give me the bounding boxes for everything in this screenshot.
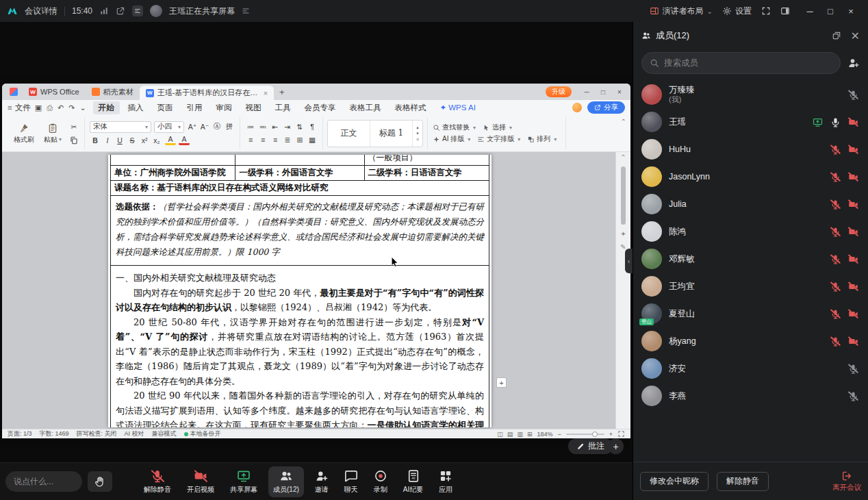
ribbon-button[interactable]: ⊞	[294, 134, 305, 145]
wps-menu-开始[interactable]: 开始	[93, 101, 120, 114]
annotate-button[interactable]: 批注	[568, 438, 613, 454]
leave-meeting-button[interactable]: 离开会议	[832, 471, 861, 492]
docer-tab[interactable]: 稻壳素材	[86, 84, 140, 100]
panel-collapse-handle[interactable]: ‹	[625, 249, 633, 273]
ribbon-button[interactable]: x₂	[151, 135, 162, 146]
ribbon-button[interactable]: ◫	[497, 431, 503, 438]
ribbon-button[interactable]: ⇅	[294, 121, 305, 132]
side-panel-toggle-icon[interactable]	[780, 6, 790, 16]
style-gallery-arrows[interactable]: ▴▾≡	[413, 121, 422, 147]
wps-home-tab[interactable]	[5, 84, 23, 100]
ribbon-button[interactable]: A⁺	[187, 121, 198, 132]
close-button[interactable]: ×	[841, 0, 861, 22]
ribbon-button[interactable]: S	[127, 135, 138, 146]
wps-menu-插入[interactable]: 插入	[123, 101, 149, 114]
ribbon-button[interactable]: ⎙	[47, 103, 53, 112]
toolbar-invite-button[interactable]: 邀请	[310, 466, 333, 497]
wps-share-button[interactable]: 分享	[587, 101, 625, 114]
ribbon-button[interactable]: ▦	[307, 134, 318, 145]
wps-menu-会员专享[interactable]: 会员专享	[299, 101, 342, 114]
wps-menu-表格工具[interactable]: 表格工具	[344, 101, 387, 114]
ribbon-button[interactable]: B	[90, 135, 101, 146]
new-tab-button[interactable]: +	[274, 87, 290, 97]
highlight-color-button[interactable]: A	[165, 135, 176, 145]
zoom-in-button[interactable]: +	[609, 431, 613, 438]
vertical-scrollbar[interactable]	[621, 166, 626, 225]
layout-switch-button[interactable]: 演讲者布局⌄	[650, 5, 713, 17]
zoom-slider[interactable]	[566, 434, 604, 435]
wps-close-icon[interactable]: ×	[611, 88, 628, 96]
tools-icon[interactable]: ✦	[620, 230, 626, 238]
document-page[interactable]: （一般项目） 单位：广州商学院外国语学院 一级学科：外国语言文学 二级学科：日语…	[108, 155, 492, 427]
zoom-slider-knob[interactable]	[592, 432, 598, 437]
member-row[interactable]: 王瑶	[633, 108, 868, 136]
wps-menu-视图[interactable]: 视图	[240, 101, 267, 114]
maximize-button[interactable]: □	[820, 0, 841, 22]
arrange-button[interactable]: 排列▾	[527, 134, 557, 144]
ribbon-button[interactable]: A⁻	[199, 121, 210, 132]
fullscreen-icon[interactable]	[761, 6, 771, 16]
font-color-button[interactable]: A	[179, 135, 190, 145]
ribbon-button[interactable]: 拼	[224, 121, 235, 132]
wps-office-tab[interactable]: WWPS Office	[23, 84, 86, 100]
toolbar-screen-button[interactable]: 共享屏幕	[225, 466, 262, 497]
ribbon-button[interactable]: ▤	[507, 431, 513, 438]
popout-icon[interactable]	[832, 31, 841, 40]
sharing-options-icon[interactable]	[242, 7, 250, 15]
ai-layout-button[interactable]: AI 排版▾	[433, 134, 470, 144]
wps-menu-引用[interactable]: 引用	[181, 101, 208, 114]
find-replace-button[interactable]: 查找替换▾	[433, 123, 476, 132]
member-row[interactable]: 杨yang	[633, 327, 868, 355]
format-painter-button[interactable]: 格式刷	[11, 123, 37, 145]
share-meeting-icon[interactable]	[116, 6, 125, 16]
ribbon-button[interactable]: ≕	[257, 121, 268, 132]
wps-menu-WPS AI[interactable]: WPS AI	[435, 101, 481, 114]
wps-minimize-icon[interactable]: ─	[578, 88, 595, 96]
wps-maximize-icon[interactable]: □	[595, 88, 611, 96]
wps-menu-页面[interactable]: 页面	[152, 101, 179, 114]
ribbon-button[interactable]: ↶	[58, 103, 64, 112]
ribbon-button[interactable]: Ⓐ	[212, 121, 222, 132]
ribbon-button[interactable]: ▥	[517, 431, 523, 438]
close-panel-icon[interactable]: ✕	[851, 29, 860, 42]
member-row[interactable]: Julia	[633, 190, 868, 218]
member-row[interactable]: 陈鸿	[633, 218, 868, 245]
cut-button[interactable]: ✂	[68, 121, 79, 132]
ribbon-button[interactable]: ≡	[257, 134, 268, 145]
ribbon-button[interactable]: ≔	[245, 121, 256, 132]
toolbar-apps-button[interactable]: 应用	[434, 466, 457, 497]
font-size-select[interactable]: 小四▾	[154, 121, 184, 133]
member-row[interactable]: 王均宜	[633, 273, 868, 300]
table-insert-button[interactable]: +	[496, 377, 507, 388]
wps-file-menu[interactable]: ≡文件	[8, 103, 31, 113]
add-member-icon[interactable]	[847, 57, 860, 69]
ribbon-button[interactable]: I	[102, 135, 113, 146]
member-row[interactable]: 登山夏登山	[633, 300, 868, 327]
font-family-select[interactable]: 宋体▾	[90, 121, 151, 133]
collapse-icon[interactable]: ⌃	[620, 153, 626, 161]
fit-page-icon[interactable]	[617, 430, 625, 438]
select-button[interactable]: 选择▾	[483, 123, 512, 132]
upgrade-button[interactable]: 升级	[546, 86, 572, 97]
style-heading1[interactable]: 标题 1	[370, 121, 413, 147]
wps-menu-审阅[interactable]: 审阅	[211, 101, 238, 114]
text-layout-button[interactable]: 文字排版▾	[477, 134, 520, 144]
paste-button[interactable]: 粘贴▾	[40, 123, 66, 145]
member-row[interactable]: 万臻臻(我)	[633, 81, 868, 108]
ribbon-button[interactable]: ¶	[307, 121, 318, 132]
ribbon-button[interactable]: ⇤	[270, 121, 281, 132]
ribbon-button[interactable]: ▣	[35, 103, 42, 112]
raise-hand-button[interactable]	[88, 471, 112, 492]
ribbon-button[interactable]: ⌄	[79, 103, 86, 112]
spellcheck-status[interactable]: 拼写检查: 关闭	[77, 429, 117, 438]
ribbon-button[interactable]: ⇥	[282, 121, 293, 132]
ribbon-button[interactable]: ≡	[245, 134, 256, 145]
copy-button[interactable]	[68, 135, 79, 146]
toolbar-chat-button[interactable]: 聊天	[340, 466, 363, 497]
style-normal[interactable]: 正文	[328, 121, 370, 147]
mini-app-icon[interactable]	[132, 5, 143, 16]
ribbon-button[interactable]: ≡	[270, 134, 281, 145]
toolbar-people-button[interactable]: 成员(12)	[268, 466, 304, 497]
wps-menu-工具[interactable]: 工具	[270, 101, 296, 114]
member-row[interactable]: 邓辉敏	[633, 245, 868, 273]
